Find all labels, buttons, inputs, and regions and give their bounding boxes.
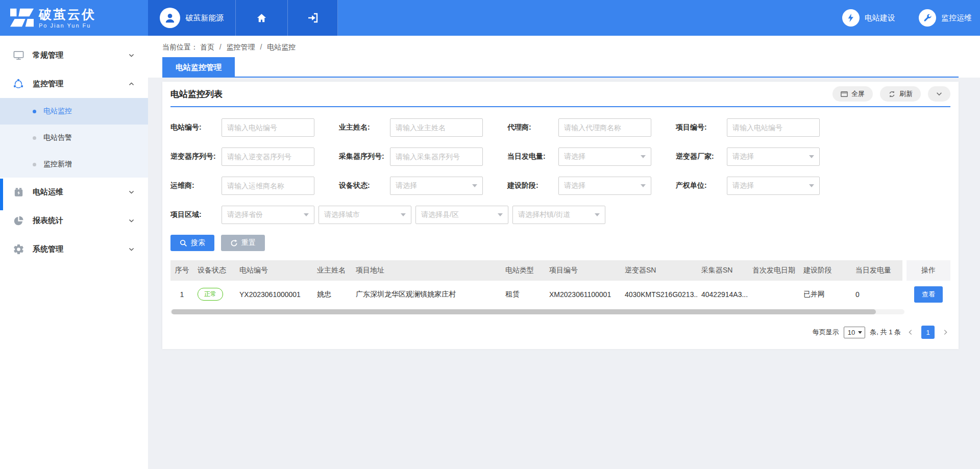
header-project-no: 项目编号 — [545, 260, 621, 281]
nav-station-build-label: 电站建设 — [865, 13, 895, 23]
search-label: 搜索 — [191, 238, 205, 248]
sidebar-item-monitor-mgmt[interactable]: 监控管理 — [0, 69, 148, 98]
chevron-down-icon — [128, 52, 135, 59]
per-page-prefix: 每页显示 — [813, 328, 839, 337]
brand-logo-icon — [10, 8, 34, 28]
cell-first-power-date — [748, 281, 799, 308]
table-header-row: 序号 设备状态 电站编号 业主姓名 项目地址 电站类型 项目编号 逆变器SN 采… — [170, 260, 950, 281]
breadcrumb-monitor-mgmt[interactable]: 监控管理 — [227, 43, 255, 51]
caret-down-icon — [641, 155, 646, 158]
property-unit-label: 产权单位: — [676, 181, 727, 190]
fullscreen-button[interactable]: 全屏 — [832, 86, 873, 102]
province-select[interactable]: 请选择省份 — [222, 206, 314, 224]
inverter-sn-label: 逆变器序列号: — [170, 152, 222, 161]
gear-icon — [12, 243, 24, 255]
header-daily-power: 当日发电量 — [851, 260, 904, 281]
inverter-vendor-select[interactable]: 请选择 — [727, 147, 820, 166]
search-button[interactable]: 搜索 — [170, 235, 214, 251]
property-unit-select[interactable]: 请选择 — [727, 177, 820, 195]
daily-power-select[interactable]: 请选择 — [558, 147, 651, 166]
project-no-input[interactable] — [727, 118, 820, 137]
collapse-button[interactable] — [928, 86, 950, 102]
horizontal-scrollbar[interactable] — [170, 309, 904, 314]
sidebar-item-station-ops[interactable]: 电站运维 — [0, 178, 148, 206]
reset-button[interactable]: 重置 — [221, 235, 265, 251]
sidebar-item-system-mgmt[interactable]: 系统管理 — [0, 235, 148, 263]
cell-address: 广东深圳龙华区观澜镇姚家庄村 — [352, 281, 501, 308]
home-button[interactable] — [236, 0, 288, 36]
device-status-select[interactable]: 请选择 — [390, 177, 483, 195]
submenu-label: 监控新增 — [43, 160, 72, 169]
station-no-input[interactable] — [222, 118, 314, 137]
sidebar-item-general-mgmt[interactable]: 常规管理 — [0, 41, 148, 69]
org-name: 破茧新能源 — [186, 13, 224, 23]
user-icon — [163, 11, 177, 24]
pagination: 每页显示 10 条, 共 1 条 1 — [170, 326, 950, 339]
owner-name-label: 业主姓名: — [339, 123, 390, 132]
owner-name-input[interactable] — [390, 118, 483, 137]
nav-monitor-ops-label: 监控运维 — [941, 13, 972, 23]
header-build-stage: 建设阶段 — [799, 260, 851, 281]
view-button[interactable]: 查看 — [914, 286, 943, 303]
cell-project-no: XM2023061100001 — [545, 281, 621, 308]
refresh-label: 刷新 — [899, 89, 913, 98]
city-select[interactable]: 请选择城市 — [318, 206, 411, 224]
per-page-suffix: 条, 共 1 条 — [870, 328, 901, 337]
cell-build-stage: 已并网 — [799, 281, 851, 308]
refresh-button[interactable]: 刷新 — [880, 86, 921, 102]
header-address: 项目地址 — [352, 260, 501, 281]
panel-header: 电站监控列表 全屏 — [170, 82, 950, 107]
town-select[interactable]: 请选择村镇/街道 — [512, 206, 605, 224]
device-status-label: 设备状态: — [339, 181, 390, 190]
nav-station-build[interactable]: 电站建设 — [842, 9, 895, 27]
table-row: 1 正常 YX2023061000001 姚忠 广东深圳龙华区观澜镇姚家庄村 租… — [170, 281, 950, 308]
pie-chart-icon — [12, 214, 24, 227]
ops-provider-input[interactable] — [222, 177, 314, 195]
breadcrumb-prefix: 当前位置： — [162, 43, 198, 51]
caret-down-icon — [809, 155, 814, 158]
build-stage-select[interactable]: 请选择 — [558, 177, 651, 195]
sidebar-item-monitor-add[interactable]: 监控新增 — [0, 151, 148, 178]
bullet-dot-icon — [33, 163, 36, 166]
caret-down-icon — [401, 213, 406, 216]
sidebar: 常规管理 监控管理 电站监控 电站告警 监控新增 — [0, 36, 148, 469]
inverter-sn-input[interactable] — [222, 147, 314, 166]
brand-subtitle: Po Jian Yun Fu — [39, 22, 96, 29]
cell-station-type: 租赁 — [501, 281, 545, 308]
fullscreen-icon — [841, 91, 848, 97]
breadcrumb-home[interactable]: 首页 — [200, 43, 214, 51]
page-1-button[interactable]: 1 — [921, 326, 935, 339]
prev-page-button[interactable] — [905, 326, 916, 339]
caret-down-icon — [809, 184, 814, 187]
next-page-button[interactable] — [940, 326, 950, 339]
agent-input[interactable] — [558, 118, 651, 137]
logout-button[interactable] — [288, 0, 338, 36]
select-placeholder: 请选择 — [564, 152, 585, 161]
cell-actions: 查看 — [904, 281, 950, 308]
reset-label: 重置 — [241, 238, 256, 248]
collector-sn-input[interactable] — [390, 147, 483, 166]
chevron-right-icon — [942, 329, 949, 336]
filter-form: 电站编号: 业主姓名: 代理商: 项目编号: — [170, 118, 950, 224]
breadcrumb-station-monitor[interactable]: 电站监控 — [267, 43, 296, 51]
select-placeholder: 请选择县/区 — [421, 210, 459, 219]
tab-underline — [162, 77, 959, 78]
topbar: 破茧云伏 Po Jian Yun Fu 破茧新能源 — [0, 0, 980, 36]
sidebar-item-station-alarm[interactable]: 电站告警 — [0, 125, 148, 151]
horizontal-scrollbar-thumb[interactable] — [172, 309, 876, 314]
station-no-label: 电站编号: — [170, 123, 222, 132]
nav-monitor-ops[interactable]: 监控运维 — [919, 9, 972, 27]
per-page-select[interactable]: 10 — [844, 327, 865, 338]
sidebar-item-station-monitor[interactable]: 电站监控 — [0, 98, 148, 125]
station-monitor-list-panel: 电站监控列表 全屏 — [162, 82, 959, 349]
user-menu[interactable]: 破茧新能源 — [148, 0, 236, 36]
header-inverter-sn: 逆变器SN — [621, 260, 697, 281]
county-select[interactable]: 请选择县/区 — [415, 206, 508, 224]
sidebar-item-report-stats[interactable]: 报表统计 — [0, 206, 148, 235]
cell-station-no: YX2023061000001 — [235, 281, 313, 308]
chevron-down-icon — [936, 90, 943, 97]
header-station-type: 电站类型 — [501, 260, 545, 281]
tab-station-monitor-mgmt[interactable]: 电站监控管理 — [162, 57, 235, 78]
sidebar-scrollbar[interactable] — [0, 179, 3, 210]
page-title: 电站监控列表 — [170, 88, 223, 100]
